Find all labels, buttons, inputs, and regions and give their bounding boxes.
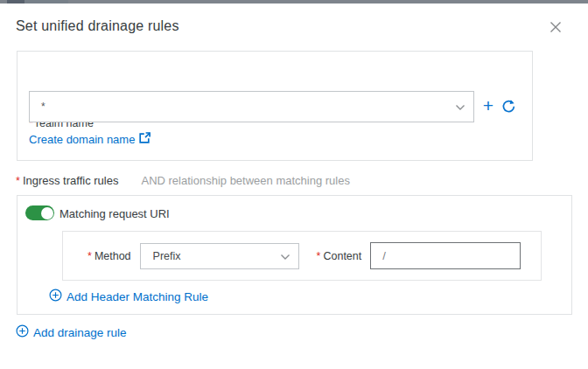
ingress-rules-hint: AND relationship between matching rules	[141, 174, 349, 187]
required-marker: *	[88, 250, 92, 262]
dialog-title: Set unified drainage rules	[16, 18, 179, 34]
circle-plus-icon	[16, 324, 29, 340]
ingress-rules-heading: *Ingress traffic rules AND relationship …	[16, 174, 350, 187]
close-icon[interactable]	[548, 19, 564, 35]
set-drainage-rules-dialog: Set unified drainage rules *realm name *…	[0, 0, 588, 369]
external-link-icon	[139, 132, 150, 146]
uri-match-row: *Method Prefix *Content	[62, 231, 542, 281]
add-realm-plus-icon[interactable]: +	[480, 97, 497, 116]
required-marker: *	[317, 250, 321, 262]
realm-name-select-value: *	[41, 101, 46, 113]
background-strip-segment	[24, 0, 68, 3]
method-select-value: Prefix	[153, 250, 181, 262]
background-strip-segment	[7, 0, 24, 3]
realm-name-group: *realm name * + Create domain name	[17, 51, 533, 161]
realm-name-select[interactable]: *	[29, 91, 474, 122]
method-select[interactable]: Prefix	[140, 243, 299, 269]
add-drainage-rule-link[interactable]: Add drainage rule	[16, 324, 127, 340]
add-header-matching-rule-link[interactable]: Add Header Matching Rule	[49, 289, 208, 304]
add-header-matching-rule-label: Add Header Matching Rule	[66, 290, 208, 303]
create-domain-name-link-label: Create domain name	[29, 133, 135, 146]
toggle-knob	[41, 207, 53, 219]
content-input[interactable]	[370, 242, 521, 269]
content-label: *Content	[317, 250, 362, 262]
circle-plus-icon	[49, 289, 62, 304]
ingress-rules-label: *Ingress traffic rules	[16, 174, 118, 187]
drainage-rule-card: Matching request URI *Method Prefix *Con…	[17, 195, 572, 315]
add-drainage-rule-label: Add drainage rule	[33, 326, 127, 339]
background-page-strip	[0, 0, 588, 3]
chevron-down-icon	[280, 252, 290, 264]
refresh-icon[interactable]	[501, 99, 516, 114]
chevron-down-icon	[455, 102, 466, 115]
matching-request-uri-label: Matching request URI	[60, 207, 170, 220]
method-label: *Method	[88, 250, 131, 262]
create-domain-name-link[interactable]: Create domain name	[29, 132, 150, 146]
matching-request-uri-toggle[interactable]	[25, 205, 54, 220]
required-marker: *	[16, 175, 20, 187]
